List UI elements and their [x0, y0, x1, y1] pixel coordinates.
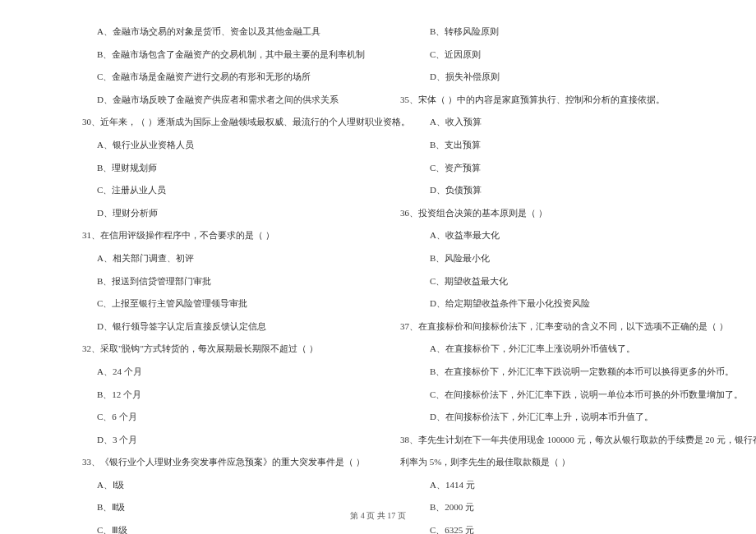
question-stem: 31、在信用评级操作程序中，不合要求的是（ ）: [82, 228, 374, 243]
answer-option: D、理财分析师: [82, 206, 374, 221]
question-stem: 36、投资组合决策的基本原则是（ ）: [400, 206, 707, 221]
question-continuation: 利率为 5%，则李先生的最佳取款额是（ ）: [400, 455, 707, 470]
answer-option: D、在间接标价法下，外汇汇率上升，说明本币升值了。: [415, 410, 707, 425]
answer-option: A、1414 元: [415, 478, 707, 493]
left-column: A、金融市场交易的对象是货币、资金以及其他金融工具B、金融市场包含了金融资产的交…: [82, 25, 374, 534]
answer-option: C、Ⅲ级: [82, 523, 374, 534]
answer-option: C、期望收益最大化: [415, 274, 707, 289]
answer-option: C、金融市场是金融资产进行交易的有形和无形的场所: [82, 70, 374, 85]
page-footer: 第 4 页 共 17 页: [0, 510, 756, 522]
answer-option: A、24 个月: [82, 365, 374, 380]
answer-option: C、近因原则: [415, 48, 707, 62]
answer-option: D、给定期望收益条件下最小化投资风险: [415, 297, 707, 311]
answer-option: B、金融市场包含了金融资产的交易机制，其中最主要的是利率机制: [82, 48, 374, 62]
question-stem: 30、近年来，（ ）逐渐成为国际上金融领域最权威、最流行的个人理财职业资格。: [82, 115, 374, 130]
answer-option: D、负债预算: [415, 183, 707, 198]
answer-option: A、Ⅰ级: [82, 478, 374, 493]
answer-option: D、银行领导签字认定后直接反馈认定信息: [82, 320, 374, 334]
answer-option: D、损失补偿原则: [415, 70, 707, 85]
answer-option: B、支出预算: [415, 138, 707, 153]
answer-option: A、收入预算: [415, 115, 707, 130]
answer-option: A、相关部门调查、初评: [82, 251, 374, 266]
answer-option: D、金融市场反映了金融资产供应者和需求者之间的供求关系: [82, 93, 374, 108]
answer-option: C、上报至银行主管风险管理领导审批: [82, 297, 374, 311]
question-stem: 32、采取"脱钩"方式转货的，每次展期最长期限不超过（ ）: [82, 342, 374, 357]
answer-option: B、风险最小化: [415, 251, 707, 266]
answer-option: A、金融市场交易的对象是货币、资金以及其他金融工具: [82, 25, 374, 39]
question-stem: 35、宋体（ ）中的内容是家庭预算执行、控制和分析的直接依据。: [400, 93, 707, 108]
answer-option: D、3 个月: [82, 433, 374, 448]
answer-option: A、银行业从业资格人员: [82, 138, 374, 153]
answer-option: B、报送到信贷管理部门审批: [82, 274, 374, 289]
answer-option: B、转移风险原则: [415, 25, 707, 39]
answer-option: B、在直接标价下，外汇汇率下跌说明一定数额的本币可以换得更多的外币。: [415, 365, 707, 380]
question-stem: 38、李先生计划在下一年共使用现金 100000 元，每次从银行取款的手续费是 …: [400, 433, 707, 448]
answer-option: B、12 个月: [82, 388, 374, 403]
answer-option: C、6325 元: [415, 523, 707, 534]
document-content: A、金融市场交易的对象是货币、资金以及其他金融工具B、金融市场包含了金融资产的交…: [82, 25, 707, 534]
answer-option: C、在间接标价法下，外汇汇率下跌，说明一单位本币可换的外币数量增加了。: [415, 388, 707, 403]
answer-option: A、收益率最大化: [415, 228, 707, 243]
answer-option: C、注册从业人员: [82, 183, 374, 198]
answer-option: B、理财规划师: [82, 161, 374, 176]
answer-option: C、6 个月: [82, 410, 374, 425]
answer-option: C、资产预算: [415, 161, 707, 176]
right-column: B、转移风险原则C、近因原则D、损失补偿原则35、宋体（ ）中的内容是家庭预算执…: [415, 25, 707, 534]
answer-option: A、在直接标价下，外汇汇率上涨说明外币值钱了。: [415, 342, 707, 357]
question-stem: 33、《银行业个人理财业务突发事件应急预案》的重大突发事件是（ ）: [82, 455, 374, 470]
question-stem: 37、在直接标价和间接标价法下，汇率变动的含义不同，以下选项不正确的是（ ）: [400, 320, 707, 334]
